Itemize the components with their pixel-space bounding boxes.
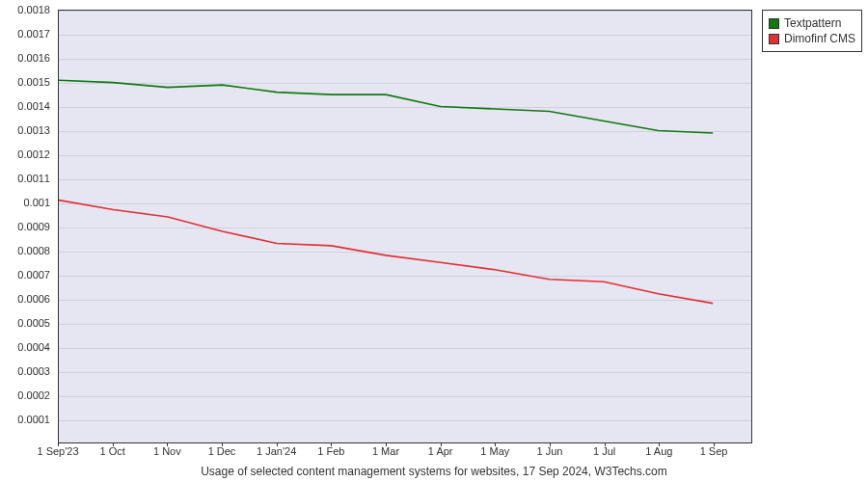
x-tick (659, 442, 660, 446)
y-tick-label: 0.001 (23, 197, 50, 208)
y-tick-label: 0.0007 (17, 269, 50, 281)
y-tick-label: 0.0012 (17, 148, 50, 160)
x-tick (331, 442, 332, 446)
x-tick-label: 1 Jul (593, 445, 615, 457)
y-axis-labels: 0.00010.00020.00030.00040.00050.00060.00… (0, 10, 54, 443)
x-tick-label: 1 Sep (700, 445, 728, 457)
y-tick-label: 0.0013 (17, 124, 50, 136)
y-tick-label: 0.0006 (17, 293, 50, 305)
y-tick-label: 0.0001 (17, 414, 50, 425)
legend-item: Dimofinf CMS (769, 32, 855, 45)
x-tick-label: 1 May (480, 445, 509, 457)
y-tick-label: 0.0017 (17, 28, 50, 40)
x-tick-label: 1 Apr (428, 445, 453, 457)
y-tick-label: 0.0014 (17, 100, 50, 112)
y-tick-label: 0.0003 (17, 365, 50, 377)
x-tick (441, 442, 442, 446)
x-tick-label: 1 Sep'23 (37, 445, 78, 457)
x-tick-label: 1 Jan'24 (257, 445, 296, 457)
line-canvas (59, 11, 751, 442)
legend: TextpatternDimofinf CMS (762, 10, 862, 52)
x-tick (605, 442, 606, 446)
x-tick (222, 442, 223, 446)
chart-container: 0.00010.00020.00030.00040.00050.00060.00… (0, 0, 868, 482)
legend-swatch (769, 34, 779, 44)
y-tick-label: 0.0005 (17, 317, 50, 329)
y-tick-label: 0.0018 (17, 4, 50, 15)
x-tick (113, 442, 114, 446)
x-tick (167, 442, 168, 446)
x-tick-label: 1 Aug (645, 445, 672, 457)
x-tick (277, 442, 278, 446)
y-tick-label: 0.0016 (17, 52, 50, 64)
x-tick-label: 1 Dec (208, 445, 236, 457)
x-tick (714, 442, 715, 446)
x-tick (58, 442, 59, 446)
x-tick-label: 1 Feb (317, 445, 344, 457)
legend-label: Textpattern (784, 16, 841, 30)
x-tick-label: 1 Oct (100, 445, 125, 457)
x-tick (495, 442, 496, 446)
x-tick-label: 1 Mar (372, 445, 399, 457)
y-tick-label: 0.0011 (17, 173, 50, 184)
chart-caption: Usage of selected content management sys… (0, 465, 868, 478)
series-line (59, 80, 713, 133)
x-tick-label: 1 Nov (153, 445, 181, 457)
y-tick-label: 0.0009 (17, 221, 50, 232)
plot-area (58, 10, 752, 443)
y-tick-label: 0.0015 (17, 76, 50, 88)
y-tick-label: 0.0008 (17, 245, 50, 256)
x-axis-labels: 1 Sep'231 Oct1 Nov1 Dec1 Jan'241 Feb1 Ma… (58, 445, 752, 463)
y-tick-label: 0.0002 (17, 389, 50, 401)
y-tick-label: 0.0004 (17, 341, 50, 353)
series-line (59, 201, 713, 304)
legend-label: Dimofinf CMS (784, 32, 855, 45)
x-tick (386, 442, 387, 446)
x-tick-label: 1 Jun (537, 445, 563, 457)
legend-item: Textpattern (769, 16, 855, 30)
legend-swatch (769, 18, 779, 29)
x-tick (550, 442, 551, 446)
